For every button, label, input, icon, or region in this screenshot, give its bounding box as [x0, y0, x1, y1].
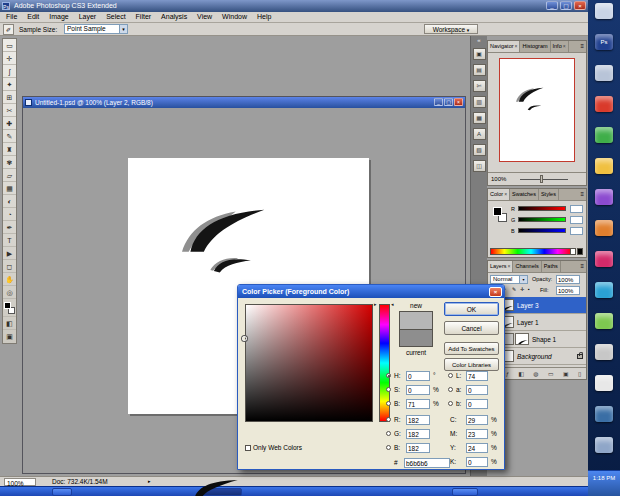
- hue-slider-arrow-left[interactable]: ▸: [374, 301, 377, 307]
- desktop-icon-recycle-bin[interactable]: [595, 437, 613, 453]
- layer-style-icon[interactable]: ƒ: [506, 371, 509, 377]
- tool-move[interactable]: ✛: [3, 52, 16, 65]
- lab-b-radio[interactable]: [448, 401, 453, 406]
- navigator-zoom-value[interactable]: 100%: [488, 176, 506, 182]
- maximize-button[interactable]: ▢: [560, 1, 572, 10]
- tool-rectangular-marquee[interactable]: ▭: [3, 39, 16, 52]
- green-value-box[interactable]: [570, 216, 583, 224]
- menu-view[interactable]: View: [193, 12, 216, 22]
- lock-pixels-icon[interactable]: ✎: [512, 286, 516, 292]
- hex-input[interactable]: [404, 458, 450, 468]
- panel-menu-icon[interactable]: ≡: [578, 189, 586, 200]
- tool-eraser[interactable]: ▱: [3, 169, 16, 182]
- tool-zoom[interactable]: ◎: [3, 286, 16, 299]
- layer-group-icon[interactable]: ▭: [548, 370, 554, 377]
- b-input[interactable]: [406, 399, 430, 409]
- a-radio[interactable]: [448, 387, 453, 392]
- menu-help[interactable]: Help: [253, 12, 275, 22]
- tab-close-icon[interactable]: ×: [562, 43, 566, 49]
- adjustment-layer-icon[interactable]: ◍: [533, 370, 538, 377]
- blue-slider[interactable]: [518, 228, 566, 233]
- panel-menu-icon[interactable]: ≡: [578, 261, 586, 272]
- tool-slice[interactable]: ✂: [3, 104, 16, 117]
- red-slider[interactable]: [518, 206, 566, 211]
- g-input[interactable]: [406, 429, 430, 439]
- vector-mask-thumbnail[interactable]: [515, 333, 529, 345]
- app-titlebar[interactable]: Ps Adobe Photoshop CS3 Extended _ ▢ ×: [0, 0, 588, 12]
- dock-panel-button-3[interactable]: ✄: [473, 80, 486, 92]
- dock-collapse-icon[interactable]: «: [471, 36, 487, 44]
- red-value-box[interactable]: [570, 205, 583, 213]
- delete-layer-icon[interactable]: ▯: [578, 370, 581, 377]
- lab-b-input[interactable]: [466, 399, 488, 409]
- tool-path-selection[interactable]: ▶: [3, 247, 16, 260]
- m-input[interactable]: [466, 429, 488, 439]
- h-radio[interactable]: [386, 373, 391, 378]
- color-libraries-button[interactable]: Color Libraries: [444, 358, 499, 371]
- desktop-icon-6[interactable]: [595, 158, 613, 174]
- l-radio[interactable]: [448, 373, 453, 378]
- h-input[interactable]: [406, 371, 430, 381]
- dock-panel-button-7[interactable]: ▧: [473, 144, 486, 156]
- menu-filter[interactable]: Filter: [132, 12, 156, 22]
- status-zoom-field[interactable]: 100%: [4, 478, 36, 486]
- tool-type[interactable]: T: [3, 234, 16, 247]
- menu-image[interactable]: Image: [45, 12, 72, 22]
- foreground-color-swatch[interactable]: [4, 302, 11, 309]
- eyedropper-tool-icon[interactable]: ✐: [3, 24, 14, 35]
- tab-close-icon[interactable]: ×: [503, 191, 507, 197]
- dialog-close-button[interactable]: ×: [489, 287, 502, 297]
- tool-hand[interactable]: ✋: [3, 273, 16, 286]
- screen-mode-button[interactable]: ▣: [3, 330, 16, 343]
- document-titlebar[interactable]: Untitled-1.psd @ 100% (Layer 2, RGB/8) _…: [23, 97, 465, 108]
- b2-radio[interactable]: [386, 445, 391, 450]
- r-input[interactable]: [406, 415, 430, 425]
- layer-mask-icon[interactable]: ◧: [518, 370, 524, 377]
- tool-brush[interactable]: ✎: [3, 130, 16, 143]
- lock-all-icon[interactable]: ▪: [528, 286, 530, 292]
- menu-window[interactable]: Window: [218, 12, 251, 22]
- tab-color[interactable]: Color×: [488, 189, 510, 200]
- tool-pen[interactable]: ✒: [3, 221, 16, 234]
- tool-magic-wand[interactable]: ✦: [3, 78, 16, 91]
- tab-layers[interactable]: Layers×: [488, 261, 513, 272]
- hue-slider-arrow-right[interactable]: ◂: [391, 301, 394, 307]
- blend-mode-dropdown[interactable]: Normal ▾: [490, 275, 528, 284]
- dock-panel-button-2[interactable]: ▤: [473, 64, 486, 76]
- taskbar-button-1[interactable]: [52, 488, 72, 496]
- minimize-button[interactable]: _: [546, 1, 558, 10]
- ramp-white-swatch[interactable]: [570, 248, 576, 255]
- menu-analysis[interactable]: Analysis: [157, 12, 191, 22]
- only-web-colors-checkbox[interactable]: Only Web Colors: [245, 444, 302, 452]
- tab-styles[interactable]: Styles: [539, 189, 559, 200]
- desktop-icon-8[interactable]: [595, 220, 613, 236]
- quick-mask-button[interactable]: ◧: [3, 317, 16, 330]
- tool-crop[interactable]: ⊞: [3, 91, 16, 104]
- b2-input[interactable]: [406, 443, 430, 453]
- tool-healing-brush[interactable]: ✚: [3, 117, 16, 130]
- desktop-icon-my-computer[interactable]: [595, 3, 613, 19]
- green-slider[interactable]: [518, 217, 566, 222]
- g-radio[interactable]: [386, 431, 391, 436]
- desktop-icon-11[interactable]: [595, 313, 613, 329]
- navigator-proxy-view[interactable]: [499, 58, 575, 162]
- tool-history-brush[interactable]: ✾: [3, 156, 16, 169]
- panel-menu-icon[interactable]: ≡: [578, 41, 586, 52]
- ok-button[interactable]: OK: [444, 302, 499, 316]
- tab-histogram[interactable]: Histogram: [520, 41, 550, 52]
- fill-value[interactable]: 100%: [556, 286, 580, 295]
- lock-position-icon[interactable]: ✛: [520, 286, 524, 292]
- cancel-button[interactable]: Cancel: [444, 321, 499, 335]
- c-input[interactable]: [466, 415, 488, 425]
- r-radio[interactable]: [386, 417, 391, 422]
- menu-file[interactable]: File: [2, 12, 21, 22]
- menu-edit[interactable]: Edit: [23, 12, 43, 22]
- b-radio[interactable]: [386, 401, 391, 406]
- tab-info[interactable]: Info×: [551, 41, 569, 52]
- tool-shape[interactable]: ◻: [3, 260, 16, 273]
- taskbar-button-3[interactable]: [452, 488, 478, 496]
- add-to-swatches-button[interactable]: Add To Swatches: [444, 342, 499, 355]
- doc-maximize-button[interactable]: ▢: [444, 98, 453, 106]
- menu-layer[interactable]: Layer: [75, 12, 101, 22]
- k-input[interactable]: [466, 457, 488, 467]
